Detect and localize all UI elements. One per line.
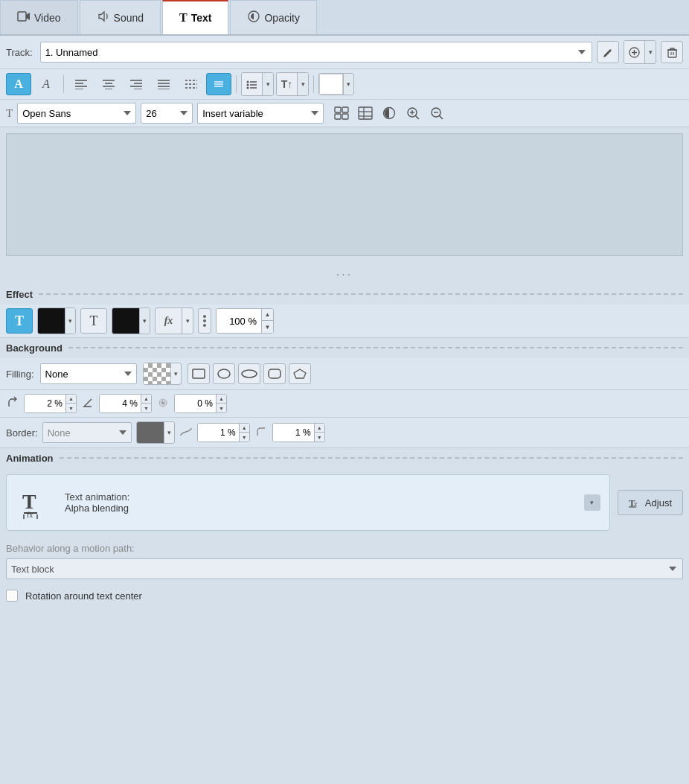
stretch-button[interactable] — [179, 73, 204, 95]
tab-text[interactable]: T Text — [162, 0, 228, 34]
adjust-button[interactable]: T x Adjust — [618, 490, 683, 515]
blur-field[interactable]: ▲ ▼ — [174, 394, 227, 413]
opacity-input[interactable] — [217, 308, 261, 334]
corner-radius-down[interactable]: ▼ — [65, 404, 76, 413]
animation-dropdown-button[interactable]: ▾ — [584, 494, 600, 511]
tab-sound[interactable]: Sound — [80, 0, 161, 34]
zoom-in-button[interactable] — [403, 103, 423, 124]
border-color-picker[interactable]: ▾ — [136, 421, 175, 444]
align-left-button[interactable] — [68, 73, 94, 95]
edit-button[interactable] — [597, 41, 619, 63]
corner-radius-icon — [6, 396, 19, 412]
animation-card[interactable]: T fx Text animation: Alpha blending ▾ — [6, 474, 610, 531]
text-color-picker[interactable]: ▾ — [318, 73, 354, 95]
effect-text-style-button[interactable]: T — [6, 308, 33, 334]
font-name-select[interactable]: Open Sans — [17, 103, 136, 124]
fx-button[interactable]: fx ▾ — [155, 307, 193, 334]
svg-rect-49 — [193, 369, 205, 378]
text-color-dropdown[interactable]: ▾ — [343, 74, 353, 95]
track-label: Track: — [6, 47, 33, 58]
effect-color2-picker[interactable]: ▾ — [112, 307, 150, 334]
table-layout-button[interactable] — [355, 103, 376, 124]
opacity-spinners: ▲ ▼ — [261, 308, 273, 334]
border-width-input[interactable] — [198, 423, 239, 442]
svg-point-27 — [246, 80, 249, 83]
blur-up[interactable]: ▲ — [216, 394, 226, 404]
opacity-down[interactable]: ▼ — [261, 321, 273, 334]
insert-variable-select[interactable]: Insert variable — [197, 103, 324, 124]
svg-rect-37 — [359, 107, 372, 119]
corner-radius-input[interactable] — [25, 394, 65, 413]
rotation-checkbox[interactable] — [6, 590, 18, 602]
add-track-dropdown[interactable]: ▾ — [645, 41, 656, 63]
transform-main[interactable]: T↑ — [277, 73, 298, 95]
add-track-main[interactable] — [624, 41, 645, 63]
effect-color1-dropdown[interactable]: ▾ — [65, 308, 75, 334]
font-size-select[interactable]: 26 — [141, 103, 193, 124]
effect-color1-picker[interactable]: ▾ — [37, 307, 76, 334]
border-radius-up[interactable]: ▲ — [314, 423, 324, 433]
italic-format-button[interactable]: A — [33, 73, 59, 95]
tab-opacity[interactable]: Opacity — [230, 0, 316, 34]
tab-video[interactable]: Video — [0, 0, 78, 34]
zoom-out-button[interactable] — [426, 103, 447, 124]
shape-rect-button[interactable] — [188, 363, 210, 384]
shape-oval-button[interactable] — [238, 363, 260, 384]
track-select[interactable]: 1. Unnamed — [40, 42, 592, 63]
checker-dropdown[interactable]: ▾ — [170, 363, 181, 384]
corner-radius-field[interactable]: ▲ ▼ — [24, 394, 77, 413]
fill-button[interactable] — [206, 73, 231, 95]
border-width-down[interactable]: ▼ — [239, 433, 249, 442]
list-dropdown[interactable]: ▾ — [263, 73, 273, 95]
svg-point-55 — [162, 401, 164, 404]
background-filling-row: Filling: None Solid Gradient ▾ — [0, 358, 689, 390]
transform-dropdown[interactable]: ▾ — [298, 73, 308, 95]
border-radius-field[interactable]: ▲ ▼ — [272, 423, 325, 442]
justify-button[interactable] — [151, 73, 176, 95]
rotation-row: Rotation around text center — [0, 582, 689, 609]
delete-button[interactable] — [661, 41, 683, 63]
background-color-picker[interactable]: ▾ — [143, 363, 182, 385]
contrast-button[interactable] — [379, 103, 400, 124]
text-color-swatch[interactable] — [319, 74, 343, 95]
list-button[interactable]: ▾ — [241, 72, 274, 96]
border-width-up[interactable]: ▲ — [239, 423, 249, 433]
opacity-up[interactable]: ▲ — [261, 308, 273, 321]
effect-dots-button[interactable] — [198, 308, 211, 334]
angle-down[interactable]: ▼ — [141, 404, 151, 413]
align-right-button[interactable] — [124, 73, 149, 95]
blur-down[interactable]: ▼ — [216, 404, 226, 413]
separator-2 — [236, 75, 237, 93]
fx-dropdown[interactable]: ▾ — [182, 308, 193, 334]
border-color-dropdown[interactable]: ▾ — [164, 422, 174, 443]
format-row: A A ▾ T↑ ▾ ▾ — [0, 69, 689, 100]
corner-radius-up[interactable]: ▲ — [65, 394, 76, 404]
checker-swatch — [144, 363, 170, 384]
shape-circle-button[interactable] — [213, 363, 235, 384]
bold-format-button[interactable]: A — [6, 73, 31, 95]
transform-button[interactable]: T↑ ▾ — [276, 72, 309, 96]
resize-handle[interactable]: ... — [0, 262, 689, 284]
effect-plain-text-button[interactable]: T — [80, 308, 107, 334]
border-radius-down[interactable]: ▼ — [314, 433, 324, 442]
border-width-field[interactable]: ▲ ▼ — [197, 423, 250, 442]
blur-input[interactable] — [175, 394, 216, 413]
background-params-row: ▲ ▼ ▲ ▼ ▲ ▼ — [0, 390, 689, 418]
text-editing-area[interactable] — [6, 133, 683, 256]
filling-select[interactable]: None Solid Gradient — [40, 363, 137, 384]
motion-path-select[interactable]: Text block Character by character Word b… — [6, 558, 683, 579]
align-center-button[interactable] — [96, 73, 121, 95]
angle-up[interactable]: ▲ — [141, 394, 151, 404]
angle-field[interactable]: ▲ ▼ — [99, 394, 152, 413]
border-radius-input[interactable] — [273, 423, 314, 442]
add-track-button[interactable]: ▾ — [624, 40, 656, 64]
border-style-select[interactable]: None Solid Dashed — [42, 422, 132, 443]
effect-color2-dropdown[interactable]: ▾ — [139, 308, 150, 334]
shape-rounded-rect-button[interactable] — [263, 363, 286, 384]
video-icon — [17, 10, 31, 25]
grid-layout-button[interactable] — [331, 103, 352, 124]
list-main[interactable] — [242, 73, 263, 95]
opacity-field[interactable]: ▲ ▼ — [216, 308, 274, 334]
shape-pentagon-button[interactable] — [289, 363, 311, 384]
angle-input[interactable] — [100, 394, 141, 413]
